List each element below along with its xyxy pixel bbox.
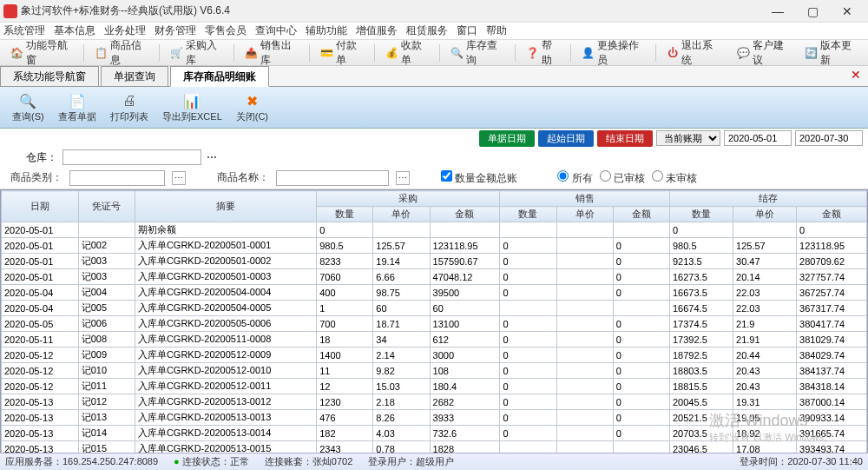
document-tabs: 系统功能导航窗单据查询库存商品明细账✕ (0, 66, 868, 87)
minimize-button[interactable]: — (760, 1, 795, 22)
toolbar-icon: 🔄 (805, 46, 818, 60)
name-label: 商品名称： (217, 170, 269, 185)
toolbar-icon: 🏠 (10, 46, 23, 60)
action-0[interactable]: 🔍查询(S) (5, 89, 51, 125)
table-row[interactable]: 2020-05-05记006入库单CGRKD-20200505-00067001… (2, 316, 867, 332)
radio-unaudited[interactable]: 未审核 (652, 170, 697, 186)
start-date-button[interactable]: 起始日期 (538, 130, 594, 147)
table-row[interactable]: 2020-05-01期初余额000 (2, 222, 867, 238)
action-icon: 🖨 (120, 91, 139, 110)
toolbar-7[interactable]: ❓帮助 (521, 36, 565, 70)
radio-audited[interactable]: 已审核 (600, 170, 645, 186)
toolbar-8[interactable]: 👤更换操作员 (576, 36, 649, 70)
window-title: 象过河软件+标准财务--经典版(试用版) V6.6.4 (21, 3, 760, 18)
maximize-button[interactable]: ▢ (795, 1, 830, 22)
action-1[interactable]: 📄查看单据 (51, 89, 103, 125)
toolbar-1[interactable]: 📋商品信息 (89, 36, 153, 70)
bill-date-button[interactable]: 单据日期 (479, 130, 535, 147)
action-icon: 📊 (182, 91, 201, 110)
action-bar: 🔍查询(S)📄查看单据🖨打印列表📊导出到EXCEL✖关闭(C) (0, 87, 868, 129)
tab-2[interactable]: 库存商品明细账 (170, 66, 269, 87)
table-row[interactable]: 2020-05-01记003入库单CGRKD-20200501-00037060… (2, 269, 867, 285)
date-filter-row: 单据日期 起始日期 结束日期 当前账期 (0, 129, 868, 148)
table-row[interactable]: 2020-05-12记010入库单CGRKD-20200512-0010119.… (2, 363, 867, 379)
toolbar-icon: 💰 (385, 46, 398, 60)
toolbar-3[interactable]: 📤销售出库 (240, 36, 303, 70)
title-bar: 象过河软件+标准财务--经典版(试用版) V6.6.4 — ▢ ✕ (0, 0, 868, 23)
toolbar-icon: 📤 (245, 46, 258, 60)
status-bar: 应用服务器：169.254.250.247:8089 ● 连接状态：正常 连接账… (0, 453, 868, 470)
toolbar-5[interactable]: 💰收款单 (380, 36, 434, 70)
tab-close-button[interactable]: ✕ (844, 66, 868, 86)
sum-checkbox[interactable]: 数量金额总账 (441, 170, 517, 186)
action-3[interactable]: 📊导出到EXCEL (155, 89, 229, 125)
table-row[interactable]: 2020-05-13记014入库单CGRKD-20200513-00141824… (2, 426, 867, 441)
warehouse-lookup-button[interactable]: ⋯ (207, 151, 217, 163)
table-row[interactable]: 2020-05-01记002入库单CGRKD-20200501-0001980.… (2, 238, 867, 254)
table-row[interactable]: 2020-05-04记005入库单CGRKD-20200504-00051606… (2, 301, 867, 316)
table-row[interactable]: 2020-05-11记008入库单CGRKD-20200511-00081834… (2, 332, 867, 348)
close-button[interactable]: ✕ (830, 1, 865, 22)
period-select[interactable]: 当前账期 (656, 130, 720, 146)
data-grid[interactable]: 日期凭证号摘要采购销售结存数量单价金额数量单价金额数量单价金额2020-05-0… (0, 189, 868, 470)
date-to-input[interactable] (795, 130, 863, 146)
warehouse-row: 仓库： ⋯ (0, 148, 868, 167)
table-row[interactable]: 2020-05-13记012入库单CGRKD-20200513-00121230… (2, 394, 867, 410)
toolbar-icon: 🔍 (450, 46, 464, 60)
toolbar-icon: 🛒 (170, 46, 183, 60)
name-lookup-button[interactable]: ⋯ (396, 171, 410, 185)
action-2[interactable]: 🖨打印列表 (103, 89, 155, 125)
category-input[interactable] (69, 170, 165, 186)
category-label: 商品类别： (10, 170, 62, 185)
toolbar-icon: 💬 (737, 46, 750, 60)
table-row[interactable]: 2020-05-12记011入库单CGRKD-20200512-00111215… (2, 379, 867, 394)
toolbar-2[interactable]: 🛒采购入库 (165, 36, 228, 70)
toolbar-9[interactable]: ⏻退出系统 (661, 36, 725, 70)
toolbar-icon: 📋 (95, 46, 108, 60)
name-input[interactable] (276, 170, 389, 186)
tab-1[interactable]: 单据查询 (101, 66, 168, 86)
toolbar-icon: 👤 (582, 46, 595, 60)
toolbar-icon: 💳 (320, 46, 333, 60)
toolbar-6[interactable]: 🔍库存查询 (445, 36, 509, 70)
table-row[interactable]: 2020-05-01记003入库单CGRKD-20200501-00028233… (2, 254, 867, 269)
end-date-button[interactable]: 结束日期 (597, 130, 653, 147)
main-toolbar: 🏠功能导航窗📋商品信息🛒采购入库📤销售出库💳付款单💰收款单🔍库存查询❓帮助👤更换… (0, 40, 868, 66)
toolbar-icon: ❓ (526, 46, 539, 60)
date-from-input[interactable] (724, 130, 792, 146)
table-row[interactable]: 2020-05-04记004入库单CGRKD-20200504-00044009… (2, 285, 867, 301)
radio-all[interactable]: 所有 (557, 170, 592, 186)
warehouse-label: 仓库： (26, 150, 57, 165)
action-icon: 🔍 (18, 91, 37, 110)
toolbar-icon: ⏻ (667, 46, 680, 60)
filter-row: 商品类别： ⋯ 商品名称： ⋯ 数量金额总账 所有 已审核 未审核 (0, 167, 868, 189)
toolbar-r-0[interactable]: 💬客户建议 (732, 36, 795, 70)
action-icon: 📄 (68, 91, 87, 110)
action-icon: ✖ (242, 91, 261, 110)
table-row[interactable]: 2020-05-12记009入库单CGRKD-20200512-00091400… (2, 348, 867, 363)
toolbar-0[interactable]: 🏠功能导航窗 (5, 36, 78, 70)
action-4[interactable]: ✖关闭(C) (229, 89, 275, 125)
tab-0[interactable]: 系统功能导航窗 (0, 66, 99, 86)
app-logo-icon (3, 4, 17, 18)
table-row[interactable]: 2020-05-13记013入库单CGRKD-20200513-00134768… (2, 410, 867, 426)
category-lookup-button[interactable]: ⋯ (172, 171, 186, 185)
toolbar-r-1[interactable]: 🔄版本更新 (799, 36, 863, 70)
warehouse-input[interactable] (62, 149, 201, 165)
toolbar-4[interactable]: 💳付款单 (315, 36, 369, 70)
